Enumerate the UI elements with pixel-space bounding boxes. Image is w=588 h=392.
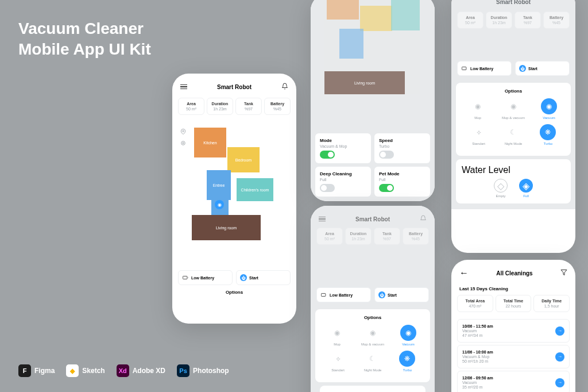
app-title: Smart Robot — [217, 84, 252, 90]
start-button[interactable]: ⏻ Start — [515, 61, 570, 76]
water-empty-option[interactable]: ◇ Empty — [494, 179, 508, 198]
toggle-switch[interactable] — [379, 151, 394, 159]
stat-card: Tank%97 — [514, 11, 541, 29]
svg-marker-7 — [561, 270, 567, 275]
low-battery-button[interactable]: Low Battery — [178, 270, 233, 285]
toggle-switch[interactable] — [320, 184, 335, 192]
stat-card: Area50 m² — [178, 98, 204, 115]
back-icon[interactable]: ← — [459, 268, 469, 278]
toggle-switch[interactable] — [320, 151, 335, 159]
svg-rect-6 — [321, 294, 326, 297]
option-item[interactable]: ❋Turbo — [399, 351, 415, 372]
cleaning-item[interactable]: 10/06 - 11:50 amVacuum47 m²/34 m→ — [457, 319, 570, 343]
svg-point-0 — [183, 130, 184, 132]
stat-card: Tank%97 — [374, 228, 400, 245]
svg-point-1 — [181, 141, 185, 145]
start-button[interactable]: ⏻ Start — [236, 270, 291, 285]
stat-card: Battery%45 — [264, 98, 291, 115]
robot-icon[interactable]: ◉ — [215, 200, 224, 209]
stat-card: Area50 m² — [457, 11, 483, 29]
stat-card: Battery%45 — [543, 11, 570, 29]
battery-icon — [461, 65, 468, 72]
arrow-right-icon[interactable]: → — [555, 326, 564, 336]
low-battery-button[interactable]: Low Battery — [457, 61, 512, 76]
target-icon[interactable] — [180, 140, 186, 147]
tool-sketch: ◆Sketch — [66, 364, 105, 377]
total-card: Daily Time1,5 hour — [533, 295, 570, 312]
svg-rect-5 — [462, 67, 466, 70]
room-children[interactable]: Children's room — [237, 178, 273, 201]
stat-card: Duration1h 23m — [486, 11, 512, 29]
location-pin-icon[interactable] — [180, 129, 186, 136]
tool-figma: FFigma — [18, 364, 55, 377]
svg-rect-3 — [183, 276, 187, 279]
phone-options-filter: Smart Robot Area50 m²Duration1h 23mTank%… — [311, 206, 435, 392]
room-living[interactable]: Living room — [192, 215, 261, 240]
option-item[interactable]: ☾Night Mode — [505, 124, 523, 145]
options-label: Options — [172, 290, 296, 295]
option-item[interactable]: ◉Vacuum — [541, 98, 557, 120]
all-cleanings-title: All Cleanings — [496, 270, 532, 276]
option-item[interactable]: ◉Vacuum — [400, 325, 416, 346]
mode-card[interactable]: Pet ModeFull — [374, 167, 430, 197]
option-item[interactable]: ◉Mop & vacuum — [502, 98, 525, 120]
option-item[interactable]: ◉Mop — [470, 98, 486, 120]
tool-xd: XdAdobe XD — [117, 364, 165, 377]
power-icon: ⏻ — [378, 291, 385, 298]
bell-icon[interactable] — [281, 82, 288, 92]
toggle-switch[interactable] — [379, 184, 394, 192]
total-card: Total Time22 hours — [496, 295, 532, 312]
room-bedroom[interactable]: Bedroom — [227, 147, 260, 172]
option-item[interactable]: ❋Turbo — [540, 124, 556, 145]
phone-mode-toggles: Living room ModeVacuum & MopSpeedTurboDe… — [311, 0, 435, 201]
svg-point-2 — [183, 143, 184, 144]
power-icon: ⏻ — [519, 65, 526, 72]
tool-photoshop: PsPhotoshop — [177, 364, 229, 377]
start-button[interactable]: ⏻Start — [374, 287, 429, 302]
room-kitchen[interactable]: Kitchen — [194, 128, 226, 157]
water-level-title: Water Level — [462, 165, 565, 175]
water-full-option[interactable]: ◈ Full — [519, 179, 533, 198]
cleaning-item[interactable]: 12/06 - 09:50 amVacuum35 m²/20 m→ — [457, 371, 570, 392]
phone-all-cleanings: ← All Cleanings Last 15 Days Cleaning To… — [451, 260, 575, 392]
option-item[interactable]: ☾Night Mode — [364, 351, 382, 372]
option-item[interactable]: ⟡Standart — [330, 351, 346, 372]
option-item[interactable]: ⟡Standart — [471, 124, 487, 145]
mode-card[interactable]: SpeedTurbo — [374, 133, 430, 163]
stat-card: Duration1h 23m — [345, 228, 372, 245]
option-item[interactable]: ◉Mop & vacuum — [361, 325, 384, 346]
arrow-right-icon[interactable]: → — [555, 352, 564, 362]
low-battery-button[interactable]: Low Battery — [316, 287, 371, 302]
stat-card: Area50 m² — [316, 228, 343, 245]
battery-icon — [182, 274, 189, 281]
stat-card: Battery%45 — [403, 228, 429, 245]
menu-icon[interactable] — [180, 84, 187, 90]
phone-main-map: Smart Robot Area50 m²Duration1h 23mTank%… — [172, 74, 296, 324]
option-item[interactable]: ◉Mop — [329, 325, 345, 346]
cleaning-item[interactable]: 11/06 - 10:00 amVacuum & Mop50 m²/1h 20 … — [457, 345, 570, 368]
bell-icon[interactable] — [420, 214, 427, 224]
arrow-right-icon[interactable]: → — [555, 378, 564, 387]
battery-icon — [320, 291, 327, 298]
page-title: Vacuum CleanerMobile App UI Kit — [18, 18, 151, 60]
stat-card: Duration1h 23m — [207, 98, 233, 115]
stat-card: Tank%97 — [235, 98, 262, 115]
mode-card[interactable]: Deep CleaningFull — [315, 167, 371, 197]
total-card: Total Area470 m² — [457, 295, 493, 312]
phone-options-water: Smart Robot Area50 m²Duration1h 23mTank%… — [451, 0, 575, 253]
photoshop-icon: Ps — [177, 364, 189, 377]
sketch-icon: ◆ — [66, 364, 79, 377]
adobe-xd-icon: Xd — [117, 364, 129, 377]
floor-map[interactable]: Kitchen Bedroom Entree Children's room L… — [178, 121, 291, 267]
power-icon: ⏻ — [240, 274, 247, 281]
cleanings-subtitle: Last 15 Days Cleaning — [451, 286, 575, 295]
design-tools-list: FFigma ◆Sketch XdAdobe XD PsPhotoshop — [18, 364, 229, 377]
filter-icon[interactable] — [560, 268, 567, 278]
menu-icon[interactable] — [319, 217, 326, 222]
mode-card[interactable]: ModeVacuum & Mop — [315, 133, 371, 163]
figma-icon: F — [18, 364, 31, 377]
